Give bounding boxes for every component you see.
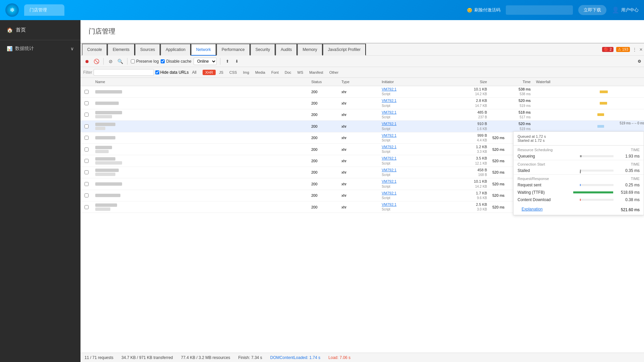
filter-text-label: Filter bbox=[83, 70, 92, 75]
row-status-0: 200 bbox=[309, 86, 339, 97]
tab-console[interactable]: Console bbox=[82, 44, 107, 56]
row-checkbox-1[interactable] bbox=[80, 98, 93, 109]
row-status-1: 200 bbox=[309, 98, 339, 109]
header-name[interactable]: Name bbox=[93, 79, 309, 84]
row-type-3: xhr bbox=[339, 121, 379, 132]
import-button[interactable]: ⬆ bbox=[224, 58, 231, 65]
row-type-9: xhr bbox=[339, 190, 379, 201]
table-row[interactable]: 200 xhr VM792:1 Script 910 B 1.6 KB bbox=[80, 121, 644, 132]
row-status-3: 200 bbox=[309, 121, 339, 132]
tab-application[interactable]: Application bbox=[160, 44, 191, 56]
row-initiator-6: VM792:1 Script bbox=[379, 155, 446, 166]
close-devtools-icon[interactable]: ✕ bbox=[639, 47, 643, 52]
search-button[interactable]: 🔍 bbox=[116, 58, 124, 65]
tab-memory[interactable]: Memory bbox=[297, 44, 322, 56]
more-options-icon[interactable]: ⋮ bbox=[633, 47, 637, 52]
browser-logo: ❄ bbox=[5, 3, 19, 17]
row-checkbox-4[interactable] bbox=[80, 132, 93, 143]
sidebar-home[interactable]: 🏠 首页 bbox=[0, 20, 80, 40]
row-type-6: xhr bbox=[339, 155, 379, 166]
browser-chrome: ❄ 门店管理 😊 刷脸付激活码 立即下载 👤 用户中心 bbox=[0, 0, 644, 20]
row-checkbox-0[interactable] bbox=[80, 86, 93, 97]
tab-network[interactable]: Network bbox=[191, 44, 216, 56]
tab-performance[interactable]: Performance bbox=[216, 44, 250, 56]
header-size[interactable]: Size bbox=[446, 79, 490, 84]
settings-button[interactable]: ⚙ bbox=[638, 59, 641, 64]
row-initiator-9: VM792:1 Script bbox=[379, 190, 446, 201]
toolbar-separator-2 bbox=[127, 58, 127, 65]
row-type-10: xhr bbox=[339, 201, 379, 213]
filter-icon[interactable]: ⊘ bbox=[107, 58, 114, 65]
row-checkbox-6[interactable] bbox=[80, 155, 93, 166]
sidebar-item-data-stats[interactable]: 📊 数据统计 ∨ bbox=[0, 40, 80, 57]
explanation-link[interactable]: Explanation bbox=[518, 205, 547, 213]
warn-badge: ⚠ 193 bbox=[616, 47, 630, 52]
header-type[interactable]: Type bbox=[339, 79, 379, 84]
filter-manifest[interactable]: Manifest bbox=[307, 70, 326, 75]
row-status-10: 200 bbox=[309, 201, 339, 213]
header-time[interactable]: Time bbox=[490, 79, 533, 84]
row-checkbox-9[interactable] bbox=[80, 190, 93, 201]
row-waterfall-1 bbox=[533, 98, 644, 109]
filter-js[interactable]: JS bbox=[216, 70, 226, 75]
record-button[interactable]: ⏺ bbox=[83, 58, 91, 65]
filter-ws[interactable]: WS bbox=[294, 70, 306, 75]
filter-xhr[interactable]: XHR bbox=[203, 70, 216, 75]
row-checkbox-3[interactable] bbox=[80, 121, 93, 132]
requests-count: 11 / 71 requests bbox=[85, 355, 113, 360]
devtools-panel: Console Elements Sources Application Net… bbox=[80, 43, 644, 362]
download-button[interactable]: 立即下载 bbox=[578, 5, 606, 15]
disable-cache-input[interactable] bbox=[161, 59, 165, 63]
clear-button[interactable]: 🚫 bbox=[93, 58, 100, 65]
browser-tab[interactable]: 门店管理 bbox=[24, 4, 64, 16]
row-size-2: 485 B 237 B bbox=[446, 109, 490, 120]
timing-queueing-bar bbox=[580, 155, 613, 157]
filter-img[interactable]: Img bbox=[240, 70, 252, 75]
throttle-select[interactable]: Online bbox=[194, 58, 217, 65]
home-icon: 🏠 bbox=[7, 27, 13, 33]
timing-request-sent-bar bbox=[580, 184, 613, 186]
tab-audits[interactable]: Audits bbox=[275, 44, 297, 56]
transferred-size: 34.7 KB / 971 KB transferred bbox=[121, 355, 173, 360]
row-checkbox-5[interactable] bbox=[80, 144, 93, 155]
header-initiator[interactable]: Initiator bbox=[379, 79, 446, 84]
row-checkbox-2[interactable] bbox=[80, 109, 93, 120]
row-checkbox-8[interactable] bbox=[80, 178, 93, 189]
row-checkbox-10[interactable] bbox=[80, 201, 93, 213]
row-status-4: 200 bbox=[309, 132, 339, 143]
disable-cache-checkbox[interactable]: Disable cache bbox=[161, 59, 191, 64]
row-checkbox-7[interactable] bbox=[80, 167, 93, 178]
table-row[interactable]: 200 xhr VM792:1 Script 485 B 237 B bbox=[80, 109, 644, 121]
tab-elements[interactable]: Elements bbox=[107, 44, 135, 56]
filter-input[interactable] bbox=[94, 69, 154, 76]
network-table: Name Status Type Initiator Size Time Wat… bbox=[80, 78, 644, 353]
hide-data-urls-checkbox[interactable]: Hide data URLs bbox=[155, 70, 189, 75]
timing-content-download-bar bbox=[580, 199, 613, 201]
finish-time: Finish: 7.34 s bbox=[238, 355, 262, 360]
tab-sources[interactable]: Sources bbox=[135, 44, 160, 56]
filter-css[interactable]: CSS bbox=[227, 70, 240, 75]
preserve-log-input[interactable] bbox=[131, 59, 135, 63]
timing-request-response-header: Request/Response TIME bbox=[514, 174, 644, 181]
timing-connection-start-header: Connection Start TIME bbox=[514, 160, 644, 167]
row-name-9 bbox=[93, 190, 309, 201]
filter-doc[interactable]: Doc bbox=[282, 70, 294, 75]
row-size-7: 458 B 168 B bbox=[446, 167, 490, 178]
chart-icon: 📊 bbox=[7, 46, 12, 51]
row-name-3 bbox=[93, 121, 309, 132]
table-row[interactable]: 200 xhr VM792:1 Script 2.8 KB 14.7 KB bbox=[80, 98, 644, 109]
tab-security[interactable]: Security bbox=[250, 44, 275, 56]
row-name-1 bbox=[93, 98, 309, 109]
filter-font[interactable]: Font bbox=[269, 70, 281, 75]
preserve-log-checkbox[interactable]: Preserve log bbox=[131, 59, 159, 64]
export-button[interactable]: ⬇ bbox=[233, 58, 240, 65]
row-time-2: 518 ms 517 ms bbox=[490, 109, 533, 120]
header-status[interactable]: Status bbox=[309, 79, 339, 84]
tab-js-profiler[interactable]: JavaScript Profiler bbox=[323, 44, 366, 56]
header-waterfall[interactable]: Waterfall bbox=[533, 79, 644, 84]
filter-media[interactable]: Media bbox=[253, 70, 268, 75]
hide-data-urls-input[interactable] bbox=[155, 70, 159, 74]
filter-other[interactable]: Other bbox=[327, 70, 341, 75]
row-initiator-7: VM792:1 Script bbox=[379, 167, 446, 178]
table-row[interactable]: 200 xhr VM792:1 Script 10.1 KB 14.2 KB bbox=[80, 86, 644, 98]
